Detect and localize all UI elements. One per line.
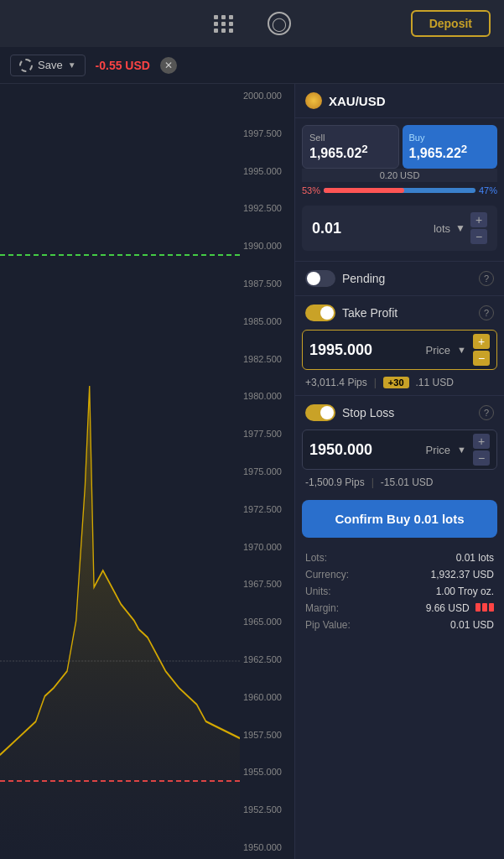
sell-price: 1,965.022 <box>309 143 392 161</box>
y-label: 1975.000 <box>243 466 291 476</box>
y-label: 1992.500 <box>243 203 291 213</box>
sell-label: Sell <box>309 133 392 143</box>
lots-unit: lots <box>434 222 450 235</box>
confirm-buy-button[interactable]: Confirm Buy 0.01 lots <box>302 500 497 538</box>
right-panel: XAU/USD Sell 1,965.022 Buy 1,965.222 0.2… <box>294 84 504 859</box>
stop-loss-increase-button[interactable]: + <box>473 434 490 449</box>
take-profit-price-unit: Price <box>425 344 450 357</box>
pending-toggle[interactable] <box>305 270 335 287</box>
save-icon <box>19 59 33 72</box>
stop-loss-price-value: 1950.000 <box>309 441 372 459</box>
top-nav: ◯ Deposit <box>0 0 504 47</box>
loss-badge: -0.55 USD <box>96 59 150 72</box>
stop-loss-price-unit: Price <box>425 444 450 456</box>
pip-detail-label: Pip Value: <box>305 619 351 631</box>
pips-separator: | <box>374 377 377 388</box>
take-profit-label: Take Profit <box>342 306 397 320</box>
lots-detail-value: 0.01 lots <box>456 552 494 564</box>
take-profit-price-box[interactable]: 1995.000 Price ▼ + − <box>302 330 497 370</box>
stop-loss-toggle[interactable] <box>305 404 335 421</box>
lots-row: 0.01 lots ▼ + − <box>302 206 497 251</box>
y-label: 1997.500 <box>243 128 291 138</box>
take-profit-toggle-knob <box>320 306 334 320</box>
lots-detail-label: Lots: <box>305 552 327 564</box>
sentiment-buy-pct: 47% <box>479 185 497 195</box>
detail-row-margin: Margin: 9.66 USD <box>305 600 494 617</box>
spread-badge: 0.20 USD <box>302 169 497 182</box>
stop-loss-label: Stop Loss <box>342 406 394 419</box>
close-button[interactable]: ✕ <box>160 57 177 74</box>
y-label: 1967.500 <box>243 579 291 589</box>
stop-loss-line <box>0 780 240 782</box>
currency-detail-label: Currency: <box>305 569 349 580</box>
y-label: 1987.500 <box>243 279 291 289</box>
lots-increase-button[interactable]: + <box>470 212 487 227</box>
take-profit-usd-suffix: .11 USD <box>416 377 454 388</box>
y-label: 1962.500 <box>243 654 291 664</box>
y-label: 1970.000 <box>243 542 291 552</box>
save-button[interactable]: Save ▼ <box>10 55 86 76</box>
stop-loss-price-box[interactable]: 1950.000 Price ▼ + − <box>302 430 497 470</box>
y-label: 1965.000 <box>243 617 291 627</box>
lots-controls: + − <box>470 212 487 244</box>
take-profit-pips-row: +3,011.4 Pips | +30 .11 USD <box>295 373 504 392</box>
price-row: Sell 1,965.022 Buy 1,965.222 <box>302 125 497 169</box>
stop-loss-price-dropdown[interactable]: ▼ <box>457 445 466 455</box>
lots-value[interactable]: 0.01 <box>312 220 341 237</box>
grid-icon[interactable] <box>214 15 234 33</box>
divider2 <box>295 295 504 296</box>
stop-loss-help-icon[interactable]: ? <box>479 405 494 420</box>
margin-bar-1 <box>475 603 481 612</box>
currency-detail-value: 1,932.37 USD <box>431 569 494 580</box>
margin-bar-2 <box>482 603 487 612</box>
sl-pips-separator: | <box>372 476 374 488</box>
units-detail-label: Units: <box>305 586 331 597</box>
buy-button[interactable]: Buy 1,965.222 <box>403 125 498 169</box>
take-profit-decrease-button[interactable]: − <box>473 351 490 366</box>
units-detail-value: 1.00 Troy oz. <box>436 586 494 597</box>
sentiment-bar <box>324 188 475 193</box>
sentiment-row: 53% 47% <box>302 185 497 195</box>
y-label: 1980.000 <box>243 391 291 401</box>
take-profit-toggle[interactable] <box>305 305 335 321</box>
pending-help-icon[interactable]: ? <box>479 271 494 286</box>
buy-label: Buy <box>409 133 491 143</box>
lots-right: lots ▼ + − <box>434 212 487 244</box>
lots-dropdown-arrow[interactable]: ▼ <box>455 222 465 234</box>
dropdown-arrow: ▼ <box>68 60 76 70</box>
sentiment-sell-pct: 53% <box>302 185 320 195</box>
take-profit-price-value: 1995.000 <box>309 341 372 359</box>
y-label: 1977.500 <box>243 429 291 439</box>
chart-svg <box>0 84 240 859</box>
stop-loss-pips: -1,500.9 Pips <box>305 476 365 488</box>
stop-loss-row: Stop Loss ? <box>295 399 504 426</box>
stop-loss-toggle-knob <box>320 406 334 419</box>
y-label: 1982.500 <box>243 354 291 364</box>
divider3 <box>295 395 504 396</box>
take-profit-help-icon[interactable]: ? <box>479 305 494 320</box>
chart-area: 2000.000 1997.500 1995.000 1992.500 1990… <box>0 84 294 859</box>
lots-decrease-button[interactable]: − <box>470 229 487 244</box>
stop-loss-decrease-button[interactable]: − <box>473 450 490 466</box>
take-profit-line <box>0 254 240 256</box>
sell-button[interactable]: Sell 1,965.022 <box>302 125 399 169</box>
profile-icon[interactable]: ◯ <box>268 12 291 35</box>
y-label: 1952.500 <box>243 804 291 815</box>
y-label: 1955.000 <box>243 767 291 777</box>
pending-row: Pending ? <box>295 265 504 292</box>
detail-row-pip: Pip Value: 0.01 USD <box>305 617 494 633</box>
symbol-header: XAU/USD <box>295 84 504 118</box>
margin-detail-value: 9.66 USD <box>426 602 494 614</box>
take-profit-row: Take Profit ? <box>295 299 504 326</box>
y-label: 1960.000 <box>243 692 291 702</box>
detail-row-units: Units: 1.00 Troy oz. <box>305 583 494 600</box>
order-details: Lots: 0.01 lots Currency: 1,932.37 USD U… <box>295 546 504 643</box>
gold-icon <box>305 92 322 109</box>
sentiment-bar-fill <box>324 188 404 193</box>
take-profit-usd-badge: +30 <box>383 377 409 388</box>
take-profit-increase-button[interactable]: + <box>473 334 490 349</box>
take-profit-price-dropdown[interactable]: ▼ <box>457 345 466 355</box>
svg-marker-0 <box>0 386 240 859</box>
margin-bars <box>475 603 494 612</box>
deposit-button[interactable]: Deposit <box>411 10 491 37</box>
